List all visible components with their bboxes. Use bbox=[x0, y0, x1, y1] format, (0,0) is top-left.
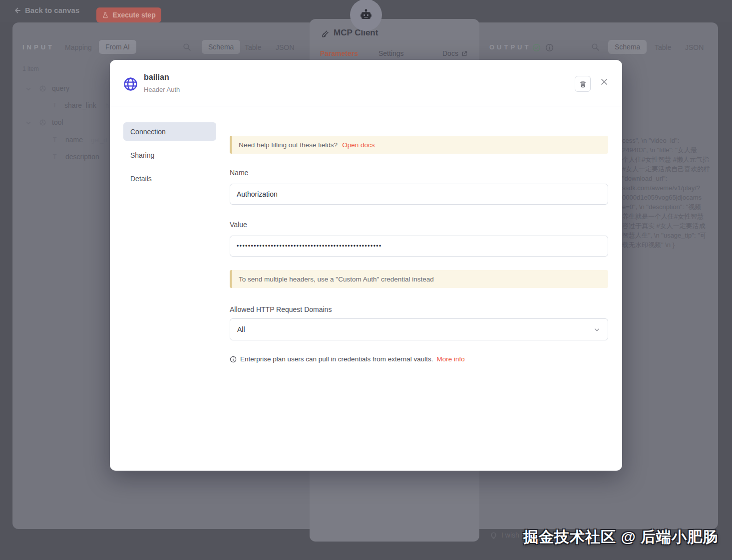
input-panel-title: INPUT bbox=[22, 43, 54, 51]
credential-type: Header Auth bbox=[144, 86, 180, 93]
enterprise-note: Enterprise plan users can pull in creden… bbox=[230, 355, 465, 363]
credential-modal: bailian Header Auth Connection Sharing D… bbox=[110, 60, 622, 471]
input-item-count: 1 item bbox=[22, 65, 39, 72]
json-line: e=0", \n "description": "视频 bbox=[622, 202, 718, 212]
tree-node-query[interactable]: query bbox=[52, 84, 69, 92]
json-line: 0000d1e059vog65jdjocams bbox=[622, 193, 718, 202]
tab-sharing-label: Sharing bbox=[130, 151, 154, 159]
object-icon bbox=[39, 119, 46, 126]
json-line: 容过于真实 #女人一定要活成 bbox=[622, 221, 718, 231]
input-tab-json[interactable]: JSON bbox=[276, 43, 294, 51]
back-to-canvas-label: Back to canvas bbox=[25, 6, 79, 14]
json-line: #女人一定要活成自己喜欢的样 bbox=[622, 164, 718, 174]
json-line: "download_url": bbox=[622, 174, 718, 183]
credential-name: bailian bbox=[144, 73, 169, 82]
multi-header-notice-text: To send multiple headers, use a "Custom … bbox=[239, 276, 434, 283]
json-line: ssdk.com/aweme/v1/play/? bbox=[622, 183, 718, 193]
globe-icon bbox=[123, 76, 138, 92]
json-line: 249403", \n "title": "女人最 bbox=[622, 145, 718, 155]
credential-modal-header: bailian Header Auth bbox=[110, 60, 622, 106]
json-line: cess", \n "video_id": bbox=[622, 136, 718, 145]
tree-value-name: get_d bbox=[91, 136, 107, 144]
json-line: 养生就是一个人住#女性智慧 bbox=[622, 212, 718, 221]
delete-credential-button[interactable] bbox=[575, 76, 591, 92]
help-banner-text: Need help filling out these fields? bbox=[239, 141, 338, 149]
type-text-icon: T bbox=[53, 153, 56, 160]
tab-from-ai[interactable]: From AI bbox=[99, 40, 136, 54]
watermark: 掘金技术社区 @ 后端小肥肠 bbox=[523, 527, 718, 548]
domains-select-value: All bbox=[237, 325, 245, 333]
tab-details[interactable]: Details bbox=[123, 171, 216, 186]
node-avatar bbox=[350, 0, 382, 31]
chevron-down-icon[interactable] bbox=[25, 85, 32, 92]
tree-node-share-link[interactable]: share_link bbox=[64, 101, 96, 109]
type-text-icon: T bbox=[53, 102, 56, 109]
back-to-canvas-button[interactable]: Back to canvas bbox=[13, 6, 79, 14]
info-icon[interactable] bbox=[545, 43, 554, 52]
tree-value-share-link: h bbox=[105, 102, 109, 109]
lightbulb-icon bbox=[490, 532, 497, 539]
arrow-left-icon bbox=[13, 6, 21, 14]
success-check-icon bbox=[532, 43, 541, 52]
help-banner: Need help filling out these fields? Open… bbox=[230, 136, 608, 154]
input-tab-table[interactable]: Table bbox=[245, 43, 261, 51]
input-tab-schema[interactable]: Schema bbox=[202, 40, 240, 54]
value-field-label: Value bbox=[230, 221, 247, 229]
trash-icon bbox=[579, 80, 587, 88]
input-search-icon[interactable] bbox=[183, 43, 191, 51]
tab-connection-label: Connection bbox=[130, 128, 166, 136]
close-icon[interactable] bbox=[599, 77, 609, 87]
output-search-icon[interactable] bbox=[591, 43, 600, 51]
tree-node-description[interactable]: description bbox=[65, 153, 99, 161]
execute-step-label: Execute step bbox=[112, 11, 155, 19]
domains-select[interactable]: All bbox=[230, 318, 608, 340]
name-field-input[interactable] bbox=[230, 184, 608, 205]
multi-header-notice: To send multiple headers, use a "Custom … bbox=[230, 270, 608, 288]
enterprise-note-text: Enterprise plan users can pull in creden… bbox=[240, 355, 433, 363]
info-icon bbox=[230, 356, 237, 363]
tab-mapping[interactable]: Mapping bbox=[65, 43, 92, 51]
tab-settings[interactable]: Settings bbox=[378, 49, 404, 57]
tab-details-label: Details bbox=[130, 175, 152, 183]
tab-sharing[interactable]: Sharing bbox=[123, 148, 216, 163]
execute-step-button[interactable]: Execute step bbox=[96, 7, 161, 22]
chevron-down-icon bbox=[593, 326, 601, 333]
external-link-icon bbox=[461, 50, 468, 57]
domains-field-label: Allowed HTTP Request Domains bbox=[230, 305, 332, 313]
tab-connection[interactable]: Connection bbox=[123, 122, 216, 141]
type-text-icon: T bbox=[53, 136, 56, 143]
output-tab-json[interactable]: JSON bbox=[685, 43, 704, 51]
output-tab-table[interactable]: Table bbox=[655, 43, 671, 51]
robot-icon bbox=[359, 8, 373, 22]
value-field-input[interactable] bbox=[230, 236, 608, 257]
json-line: 个人住#女性智慧 #懒人元气指 bbox=[622, 155, 718, 164]
flask-icon bbox=[102, 11, 109, 18]
output-panel-title: OUTPUT bbox=[489, 43, 531, 51]
json-line: 载无水印视频" \n } bbox=[622, 240, 718, 250]
mcp-icon bbox=[321, 29, 331, 39]
more-info-link[interactable]: More info bbox=[436, 355, 464, 363]
json-line: 智慧人生", \n "usage_tip": "可 bbox=[622, 231, 718, 240]
tab-parameters[interactable]: Parameters bbox=[320, 49, 358, 57]
open-docs-link[interactable]: Open docs bbox=[342, 141, 374, 149]
output-tab-schema[interactable]: Schema bbox=[608, 40, 647, 54]
tree-node-name[interactable]: name bbox=[65, 136, 83, 144]
tree-node-tool[interactable]: tool bbox=[52, 118, 63, 126]
docs-link[interactable]: Docs bbox=[442, 49, 468, 57]
chevron-down-icon[interactable] bbox=[25, 119, 32, 126]
docs-label: Docs bbox=[442, 49, 458, 57]
output-json-preview: cess", \n "video_id": 249403", \n "title… bbox=[622, 136, 718, 250]
name-field-label: Name bbox=[230, 169, 248, 177]
object-icon bbox=[39, 85, 46, 92]
